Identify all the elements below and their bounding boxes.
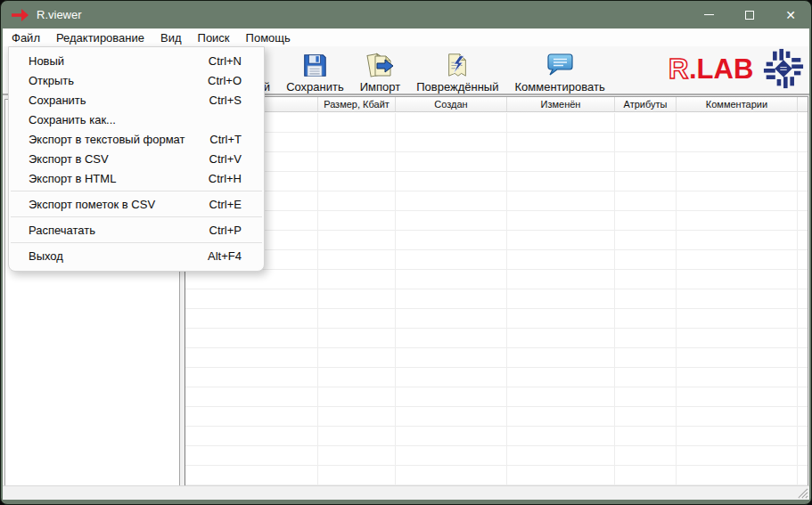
column-header-attributes[interactable]: Атрибуты [615, 97, 677, 111]
window-content: Файл Редактирование Вид Поиск Помощь [3, 29, 809, 500]
close-icon: ✕ [785, 9, 796, 21]
window-title: R.viewer [37, 8, 82, 21]
title-bar: R.viewer ✕ [1, 1, 811, 29]
menu-separator [11, 242, 262, 243]
menu-item-shortcut: Ctrl+E [209, 198, 242, 211]
red-arrow-icon [12, 9, 29, 21]
menu-item-shortcut: Ctrl+O [208, 74, 242, 87]
import-icon [365, 50, 395, 80]
menu-item-label: Экспорт в текстовый формат [29, 133, 185, 146]
maximize-icon [745, 11, 754, 20]
menu-help[interactable]: Помощь [238, 29, 299, 46]
file-list-table[interactable]: Размер, Кбайт Создан Изменён Атрибуты Ко… [185, 96, 808, 486]
menu-item-label: Выход [29, 249, 63, 263]
logo-r-outline: R [668, 53, 688, 85]
menu-item-save[interactable]: Сохранить Ctrl+S [9, 90, 264, 110]
menu-item-shortcut: Ctrl+H [209, 172, 242, 185]
app-window: R.viewer ✕ Файл Редактирование Вид Поиск… [0, 0, 812, 505]
menu-item-exit[interactable]: Выход Alt+F4 [9, 246, 264, 265]
toolbar-button-label: Сохранить [286, 80, 344, 94]
column-header-comments[interactable]: Комментарии [677, 97, 798, 111]
menu-edit[interactable]: Редактирование [48, 29, 152, 46]
menu-item-shortcut: Ctrl+V [209, 152, 242, 166]
column-header-size[interactable]: Размер, Кбайт [318, 97, 396, 111]
menu-item-shortcut: Ctrl+T [209, 133, 242, 146]
column-header-created[interactable]: Создан [396, 97, 507, 111]
menu-item-export-text[interactable]: Экспорт в текстовый формат Ctrl+T [9, 129, 264, 149]
table-gridlines [185, 113, 808, 485]
window-controls: ✕ [688, 1, 811, 29]
menu-item-label: Сохранить [29, 94, 86, 107]
toolbar-button-label: Импорт [360, 80, 400, 94]
minimize-icon [704, 14, 714, 15]
menu-separator [11, 216, 262, 217]
menu-item-label: Экспорт в HTML [29, 172, 116, 185]
menu-search[interactable]: Поиск [190, 29, 238, 46]
table-body[interactable] [185, 113, 808, 485]
file-menu-dropdown: Новый Ctrl+N Открыть Ctrl+O Сохранить Ct… [8, 46, 265, 272]
save-floppy-icon [301, 50, 328, 80]
menu-item-export-html[interactable]: Экспорт в HTML Ctrl+H [9, 168, 264, 188]
resize-grip-icon[interactable] [797, 487, 808, 499]
menu-item-shortcut: Ctrl+N [209, 54, 242, 68]
menu-item-label: Новый [29, 54, 64, 68]
table-header-row: Размер, Кбайт Создан Изменён Атрибуты Ко… [185, 97, 808, 112]
menu-file[interactable]: Файл [4, 29, 48, 46]
menu-view[interactable]: Вид [152, 29, 190, 46]
toolbar-button-label: Комментировать [514, 80, 604, 94]
menu-item-shortcut: Ctrl+P [209, 224, 242, 237]
status-bar [3, 485, 809, 500]
toolbar-import-button[interactable]: Импорт [353, 49, 407, 94]
toolbar-button-label: Повреждённый [416, 80, 498, 94]
rlab-logo: R .LAB [668, 48, 804, 89]
minimize-button[interactable] [688, 1, 729, 29]
menu-item-label: Экспорт в CSV [29, 152, 109, 166]
comment-bubble-icon [545, 50, 574, 80]
toolbar-damaged-button[interactable]: Повреждённый [409, 49, 505, 94]
menu-item-save-as[interactable]: Сохранить как... [9, 110, 264, 129]
screenshot-stage: R.viewer ✕ Файл Редактирование Вид Поиск… [0, 0, 812, 505]
menu-item-export-csv[interactable]: Экспорт в CSV Ctrl+V [9, 149, 264, 168]
ace-lab-chip-icon [763, 48, 804, 89]
close-button[interactable]: ✕ [770, 1, 811, 29]
menu-item-shortcut: Alt+F4 [208, 249, 242, 263]
menu-item-label: Распечатать [29, 224, 95, 237]
menu-item-label: Открыть [29, 74, 74, 87]
toolbar-save-button[interactable]: Сохранить [279, 49, 351, 94]
rlab-wordmark: R .LAB [668, 52, 759, 86]
menu-item-export-marks-csv[interactable]: Экспорт пометок в CSV Ctrl+E [9, 194, 264, 214]
menu-item-new[interactable]: Новый Ctrl+N [9, 51, 264, 70]
toolbar-comment-button[interactable]: Комментировать [507, 49, 611, 94]
menu-separator [11, 191, 262, 191]
menu-item-print[interactable]: Распечатать Ctrl+P [9, 220, 264, 240]
menu-item-label: Сохранить как... [29, 113, 116, 126]
column-header-stub [798, 97, 808, 111]
damaged-file-icon [444, 50, 471, 80]
menu-bar: Файл Редактирование Вид Поиск Помощь [3, 29, 809, 46]
menu-item-shortcut: Ctrl+S [209, 94, 242, 107]
maximize-button[interactable] [729, 1, 770, 29]
menu-item-label: Экспорт пометок в CSV [29, 198, 155, 211]
logo-lab: .LAB [689, 53, 753, 85]
menu-item-open[interactable]: Открыть Ctrl+O [9, 70, 264, 90]
column-header-modified[interactable]: Изменён [507, 97, 615, 111]
